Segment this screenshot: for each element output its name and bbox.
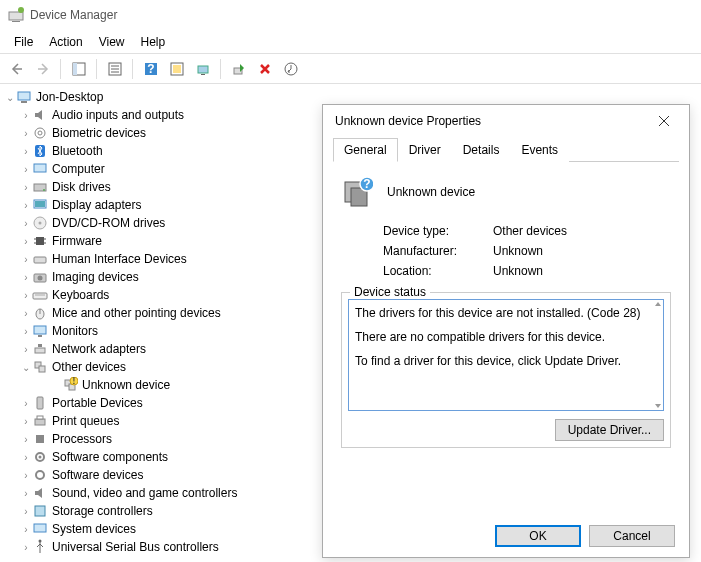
update-driver-button[interactable]: Update Driver... xyxy=(555,419,664,441)
audio-icon xyxy=(32,107,48,123)
tree-item-label: Software components xyxy=(52,450,168,464)
scroll-down-icon[interactable] xyxy=(654,402,662,410)
menu-help[interactable]: Help xyxy=(133,32,174,52)
chevron-down-icon[interactable]: ⌄ xyxy=(20,362,32,373)
network-icon xyxy=(32,341,48,357)
chevron-right-icon[interactable]: › xyxy=(20,416,32,427)
keyboard-icon xyxy=(32,287,48,303)
usb-icon xyxy=(32,539,48,555)
tab-general[interactable]: General xyxy=(333,138,398,162)
svg-point-28 xyxy=(39,222,42,225)
add-legacy-button[interactable] xyxy=(280,58,302,80)
close-button[interactable] xyxy=(651,108,677,134)
tree-item-label: Unknown device xyxy=(82,378,170,392)
help-button[interactable]: ? xyxy=(140,58,162,80)
tab-driver[interactable]: Driver xyxy=(398,138,452,162)
chevron-right-icon[interactable]: › xyxy=(20,488,32,499)
svg-rect-43 xyxy=(35,348,45,353)
tree-item-label: Sound, video and game controllers xyxy=(52,486,237,500)
dvd-icon xyxy=(32,215,48,231)
chevron-down-icon[interactable]: ⌄ xyxy=(4,92,16,103)
tree-item-label: DVD/CD-ROM drives xyxy=(52,216,165,230)
device-name: Unknown device xyxy=(387,185,475,199)
status-line-2: There are no compatible drivers for this… xyxy=(355,330,657,344)
dialog-body: ? Unknown device Device type:Other devic… xyxy=(323,162,689,462)
chevron-right-icon[interactable]: › xyxy=(20,164,32,175)
ok-button[interactable]: OK xyxy=(495,525,581,547)
chevron-right-icon[interactable]: › xyxy=(20,290,32,301)
chevron-right-icon[interactable]: › xyxy=(20,308,32,319)
back-button[interactable] xyxy=(6,58,28,80)
show-hide-tree-button[interactable] xyxy=(68,58,90,80)
dialog-footer: OK Cancel xyxy=(495,525,675,547)
chevron-right-icon[interactable]: › xyxy=(20,524,32,535)
properties-button[interactable] xyxy=(104,58,126,80)
cancel-button[interactable]: Cancel xyxy=(589,525,675,547)
hid-icon xyxy=(32,251,48,267)
chevron-right-icon[interactable]: › xyxy=(20,434,32,445)
svg-point-24 xyxy=(43,189,45,191)
tree-item-label: Other devices xyxy=(52,360,126,374)
scrollbar[interactable] xyxy=(653,300,663,410)
svg-rect-18 xyxy=(21,101,27,103)
gear-icon xyxy=(32,449,48,465)
svg-rect-42 xyxy=(38,335,42,337)
dialog-tabs: General Driver Details Events xyxy=(333,137,679,162)
chevron-right-icon[interactable]: › xyxy=(20,398,32,409)
svg-rect-54 xyxy=(36,435,44,443)
chevron-right-icon[interactable]: › xyxy=(20,128,32,139)
tab-details[interactable]: Details xyxy=(452,138,511,162)
display-icon xyxy=(32,197,48,213)
update-driver-button[interactable] xyxy=(192,58,214,80)
window-title: Device Manager xyxy=(30,8,117,22)
svg-rect-44 xyxy=(38,344,42,347)
chevron-right-icon[interactable]: › xyxy=(20,182,32,193)
svg-rect-37 xyxy=(33,293,47,299)
svg-rect-58 xyxy=(35,506,45,516)
chevron-right-icon[interactable]: › xyxy=(20,254,32,265)
chevron-right-icon[interactable]: › xyxy=(20,470,32,481)
chevron-right-icon[interactable]: › xyxy=(20,236,32,247)
enable-device-button[interactable] xyxy=(228,58,250,80)
chevron-right-icon[interactable]: › xyxy=(20,200,32,211)
chevron-right-icon[interactable]: › xyxy=(20,542,32,553)
dialog-title: Unknown device Properties xyxy=(335,114,651,128)
svg-point-60 xyxy=(39,540,42,543)
scroll-up-icon[interactable] xyxy=(654,300,662,308)
menu-file[interactable]: File xyxy=(6,32,41,52)
uninstall-device-button[interactable] xyxy=(254,58,276,80)
chevron-right-icon[interactable]: › xyxy=(20,146,32,157)
menu-view[interactable]: View xyxy=(91,32,133,52)
gear-icon xyxy=(32,467,48,483)
chevron-right-icon[interactable]: › xyxy=(20,110,32,121)
tree-item-label: Mice and other pointing devices xyxy=(52,306,221,320)
chevron-right-icon[interactable]: › xyxy=(20,452,32,463)
other-devices-icon xyxy=(32,359,48,375)
chevron-right-icon[interactable]: › xyxy=(20,272,32,283)
forward-button[interactable] xyxy=(32,58,54,80)
chevron-right-icon[interactable]: › xyxy=(20,218,32,229)
val-location: Unknown xyxy=(493,264,543,278)
svg-point-57 xyxy=(36,471,44,479)
svg-point-2 xyxy=(18,7,24,13)
toolbar-separator xyxy=(132,59,134,79)
update-driver-row: Update Driver... xyxy=(348,419,664,441)
device-status-textarea[interactable]: The drivers for this device are not inst… xyxy=(348,299,664,411)
status-line-1: The drivers for this device are not inst… xyxy=(355,306,657,320)
chevron-right-icon[interactable]: › xyxy=(20,344,32,355)
scan-hardware-button[interactable] xyxy=(166,58,188,80)
toolbar-separator xyxy=(220,59,222,79)
svg-point-56 xyxy=(39,456,42,459)
device-header: ? Unknown device xyxy=(341,176,671,208)
svg-rect-53 xyxy=(37,416,43,419)
disk-icon xyxy=(32,179,48,195)
system-icon xyxy=(32,521,48,537)
tree-item-label: Imaging devices xyxy=(52,270,139,284)
svg-point-19 xyxy=(35,128,45,138)
chevron-right-icon[interactable]: › xyxy=(20,506,32,517)
menu-action[interactable]: Action xyxy=(41,32,90,52)
chevron-right-icon[interactable]: › xyxy=(20,326,32,337)
dialog-titlebar[interactable]: Unknown device Properties xyxy=(323,105,689,137)
tree-item-label: Print queues xyxy=(52,414,119,428)
tab-events[interactable]: Events xyxy=(510,138,569,162)
